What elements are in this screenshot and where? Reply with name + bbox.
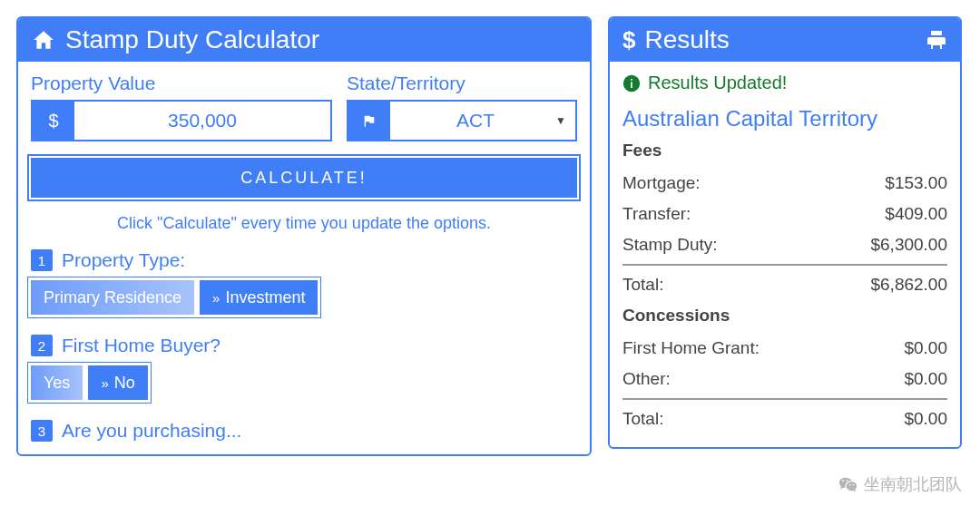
- first-home-buyer-options: Yes No: [31, 365, 148, 400]
- property-value-group: $: [31, 100, 332, 141]
- svg-rect-2: [631, 79, 632, 81]
- question-1: 1 Property Type:: [31, 249, 577, 271]
- calculate-button[interactable]: CALCULATE!: [31, 158, 577, 198]
- results-title: Results: [644, 25, 729, 54]
- helper-text: Click "Calculate" every time you update …: [31, 214, 577, 233]
- results-status: Results Updated!: [622, 73, 947, 93]
- results-region: Australian Capital Territory: [622, 106, 947, 131]
- fees-total: Total: $6,862.00: [622, 269, 947, 300]
- divider: [622, 398, 947, 400]
- total-value: $0.00: [904, 409, 947, 429]
- fee-label: Mortgage:: [622, 173, 701, 193]
- total-label: Total:: [622, 275, 663, 295]
- calculator-panel: Stamp Duty Calculator Property Value $ S…: [16, 16, 592, 456]
- fee-transfer: Transfer: $409.00: [622, 199, 947, 229]
- option-no[interactable]: No: [88, 365, 147, 400]
- concession-other: Other: $0.00: [622, 364, 947, 394]
- fees-heading: Fees: [622, 141, 947, 161]
- results-header: $ Results: [610, 18, 960, 62]
- fee-value: $6,300.00: [870, 235, 947, 255]
- concession-value: $0.00: [904, 369, 947, 389]
- question-text: First Home Buyer?: [62, 335, 220, 356]
- fee-label: Stamp Duty:: [622, 235, 718, 255]
- total-label: Total:: [622, 409, 663, 429]
- fee-label: Transfer:: [622, 204, 691, 224]
- concession-first-home-grant: First Home Grant: $0.00: [622, 333, 947, 364]
- divider: [622, 264, 947, 266]
- option-yes[interactable]: Yes: [31, 365, 83, 400]
- calculator-title: Stamp Duty Calculator: [65, 25, 319, 54]
- concession-label: First Home Grant:: [622, 338, 760, 358]
- fee-value: $153.00: [885, 173, 947, 193]
- svg-rect-1: [631, 82, 632, 88]
- question-text: Property Type:: [62, 249, 185, 271]
- calculator-header: Stamp Duty Calculator: [18, 18, 590, 62]
- fee-mortgage: Mortgage: $153.00: [622, 168, 947, 199]
- home-icon: [31, 28, 56, 52]
- question-badge: 3: [31, 420, 53, 442]
- option-investment[interactable]: Investment: [200, 280, 318, 315]
- dollar-icon: $: [622, 26, 635, 54]
- fee-value: $409.00: [885, 204, 947, 224]
- total-value: $6,862.00: [870, 275, 947, 295]
- results-panel: $ Results Results Updated! Australian Ca…: [608, 16, 962, 449]
- flag-icon: [348, 102, 390, 140]
- question-badge: 2: [31, 335, 53, 356]
- concessions-total: Total: $0.00: [622, 404, 947, 434]
- dollar-icon: $: [33, 102, 74, 140]
- status-text: Results Updated!: [648, 73, 787, 93]
- option-primary-residence[interactable]: Primary Residence: [31, 280, 194, 315]
- concessions-heading: Concessions: [622, 306, 947, 326]
- property-value-label: Property Value: [31, 73, 332, 94]
- question-3: 3 Are you purchasing...: [31, 420, 577, 442]
- state-label: State/Territory: [347, 73, 577, 94]
- question-text: Are you purchasing...: [62, 420, 241, 442]
- concession-value: $0.00: [904, 338, 947, 358]
- print-icon[interactable]: [926, 29, 947, 51]
- concession-label: Other:: [622, 369, 671, 389]
- info-icon: [622, 74, 641, 92]
- state-select[interactable]: ACT ▼: [347, 100, 577, 141]
- fee-stamp-duty: Stamp Duty: $6,300.00: [622, 229, 947, 260]
- property-value-input[interactable]: [74, 102, 330, 140]
- state-selected-value: ACT: [456, 110, 495, 131]
- property-type-options: Primary Residence Investment: [31, 280, 318, 315]
- question-badge: 1: [31, 249, 53, 271]
- question-2: 2 First Home Buyer?: [31, 335, 577, 356]
- chevron-down-icon: ▼: [555, 114, 566, 127]
